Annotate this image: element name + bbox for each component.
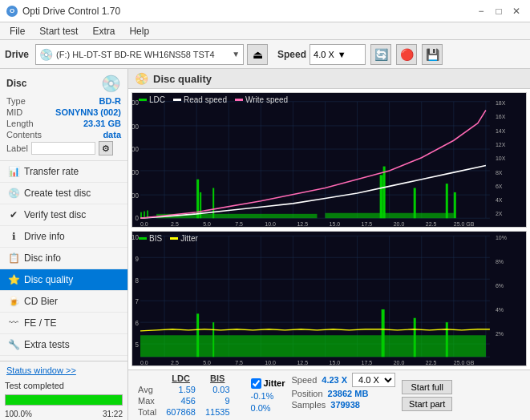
menu-start-test[interactable]: Start test xyxy=(33,24,84,38)
menu-extra[interactable]: Extra xyxy=(86,24,121,38)
bis-chart-svg: 10 9 8 7 6 5 10% 8% 6% 4% 2% 0.0 2.5 5.0 xyxy=(132,232,526,365)
sidebar-item-create-test-disc[interactable]: 💿 Create test disc xyxy=(0,183,127,204)
sidebar-item-disc-info[interactable]: 📋 Disc info xyxy=(0,248,127,269)
read-speed-legend-item: Read speed xyxy=(173,95,227,104)
sidebar-item-verify-test-disc[interactable]: ✔ Verify test disc xyxy=(0,204,127,226)
sidebar-item-label-drive-info: Drive info xyxy=(24,231,65,242)
disc-mid-value: SONYNN3 (002) xyxy=(55,107,121,117)
svg-text:6: 6 xyxy=(136,319,140,327)
svg-text:5.0: 5.0 xyxy=(203,359,211,365)
disc-mid-row: MID SONYNN3 (002) xyxy=(6,107,121,117)
toolbar-btn-2[interactable]: 🔴 xyxy=(396,44,417,65)
jitter-legend-item: Jitter xyxy=(170,234,198,243)
svg-text:9: 9 xyxy=(136,254,140,262)
total-row: Total 607868 11535 xyxy=(133,406,245,418)
svg-rect-0 xyxy=(132,93,526,227)
svg-text:18X: 18X xyxy=(496,99,506,107)
disc-label-row: Label ⚙ xyxy=(6,141,121,155)
avg-row: Avg 1.59 0.03 xyxy=(133,384,245,395)
minimize-button[interactable]: − xyxy=(474,4,488,18)
svg-text:10X: 10X xyxy=(496,155,506,162)
disc-type-value: BD-R xyxy=(99,96,122,106)
disc-contents-value: data xyxy=(103,130,121,139)
svg-text:400: 400 xyxy=(132,123,139,131)
sidebar-item-drive-info[interactable]: ℹ Drive info xyxy=(0,226,127,248)
svg-rect-56 xyxy=(454,192,456,218)
speed-stat-label: Speed xyxy=(291,375,317,385)
jitter-check-label: Jitter xyxy=(264,378,285,388)
toolbar-btn-3[interactable]: 💾 xyxy=(422,44,443,65)
toolbar-btn-1[interactable]: 🔄 xyxy=(370,44,391,65)
menu-help[interactable]: Help xyxy=(123,24,156,38)
disc-label-input[interactable] xyxy=(31,142,95,155)
speed-select[interactable]: 4.0 X ▼ xyxy=(310,44,366,65)
speed-stat-select[interactable]: 4.0 X 2.0 X 1.0 X xyxy=(352,373,395,387)
svg-text:25.0 GB: 25.0 GB xyxy=(454,220,475,227)
svg-text:4X: 4X xyxy=(496,196,503,204)
svg-rect-53 xyxy=(383,167,386,219)
sidebar-item-extra-tests[interactable]: 🔧 Extra tests xyxy=(0,334,127,356)
eject-button[interactable]: ⏏ xyxy=(247,44,268,65)
bis-header: BIS xyxy=(200,373,235,384)
sidebar: Disc 💿 Type BD-R MID SONYNN3 (002) Lengt… xyxy=(0,69,128,420)
svg-text:25.0 GB: 25.0 GB xyxy=(454,359,475,365)
sidebar-item-label-transfer-rate: Transfer rate xyxy=(24,166,79,177)
window-controls[interactable]: − □ ✕ xyxy=(474,4,524,18)
progress-percent: 100.0% xyxy=(5,410,32,418)
sidebar-item-fe-te[interactable]: 〰 FE / TE xyxy=(0,313,127,334)
drive-select[interactable]: 💿 (F:) HL-DT-ST BD-RE WH16NS58 TST4 ▼ xyxy=(35,44,244,65)
disc-label-label: Label xyxy=(6,143,28,153)
start-part-button[interactable]: Start part xyxy=(402,397,452,411)
disc-info-icon: 📋 xyxy=(8,252,19,264)
toolbar: Drive 💿 (F:) HL-DT-ST BD-RE WH16NS58 TST… xyxy=(0,40,530,69)
disc-type-label: Type xyxy=(6,96,26,106)
ldc-legend-color xyxy=(139,99,147,101)
jitter-checkbox-row: Jitter xyxy=(251,378,285,389)
panel-header-title: Disc quality xyxy=(153,73,212,85)
svg-text:12.5: 12.5 xyxy=(297,220,308,227)
samples-label: Samples xyxy=(291,400,326,410)
read-speed-legend-color xyxy=(173,99,181,101)
drive-label: Drive xyxy=(5,49,29,60)
action-buttons: Start full Start part xyxy=(402,373,452,418)
svg-text:10.0: 10.0 xyxy=(265,359,276,365)
sidebar-item-label-verify-test-disc: Verify test disc xyxy=(24,209,86,220)
svg-text:2X: 2X xyxy=(496,210,503,217)
ldc-legend-label: LDC xyxy=(149,95,165,104)
svg-text:12X: 12X xyxy=(496,141,506,148)
jitter-checkbox[interactable] xyxy=(251,378,261,389)
speed-arrow: ▼ xyxy=(338,50,346,59)
extra-tests-icon: 🔧 xyxy=(8,339,19,350)
status-row: 100.0% 31:22 xyxy=(0,408,127,420)
svg-text:7: 7 xyxy=(136,297,140,305)
ldc-chart: LDC Read speed Write speed xyxy=(131,92,527,228)
bis-legend-item: BIS xyxy=(139,234,162,243)
position-row: Position 23862 MB xyxy=(291,389,395,398)
start-full-button[interactable]: Start full xyxy=(402,380,452,394)
disc-contents-row: Contents data xyxy=(6,130,121,139)
main-layout: Disc 💿 Type BD-R MID SONYNN3 (002) Lengt… xyxy=(0,69,530,420)
disc-contents-label: Contents xyxy=(6,130,42,139)
disc-label-btn[interactable]: ⚙ xyxy=(99,141,113,155)
svg-text:14X: 14X xyxy=(496,127,506,134)
bis-legend-label: BIS xyxy=(149,234,162,243)
svg-rect-102 xyxy=(414,318,416,357)
disc-quality-icon: ⭐ xyxy=(8,274,19,285)
drive-info-icon: ℹ xyxy=(8,231,19,242)
sidebar-item-cd-bier[interactable]: 🍺 CD Bier xyxy=(0,291,127,313)
disc-length-row: Length 23.31 GB xyxy=(6,119,121,128)
close-button[interactable]: ✕ xyxy=(509,4,524,18)
sidebar-item-transfer-rate[interactable]: 📊 Transfer rate xyxy=(0,161,127,183)
total-label: Total xyxy=(133,406,161,418)
status-window-button[interactable]: Status window >> xyxy=(0,361,83,379)
stats-table: LDC BIS Avg 1.59 0.03 Max 456 9 T xyxy=(133,373,245,418)
maximize-button[interactable]: □ xyxy=(492,4,506,18)
svg-text:8X: 8X xyxy=(496,169,503,176)
menu-file[interactable]: File xyxy=(3,24,31,38)
avg-bis: 0.03 xyxy=(200,384,235,395)
jitter-max-val: 0.0% xyxy=(251,403,285,413)
stats-area: LDC BIS Avg 1.59 0.03 Max 456 9 T xyxy=(128,370,530,420)
svg-text:16X: 16X xyxy=(496,113,506,120)
sidebar-item-disc-quality[interactable]: ⭐ Disc quality xyxy=(0,269,127,291)
svg-text:0.0: 0.0 xyxy=(140,359,148,365)
